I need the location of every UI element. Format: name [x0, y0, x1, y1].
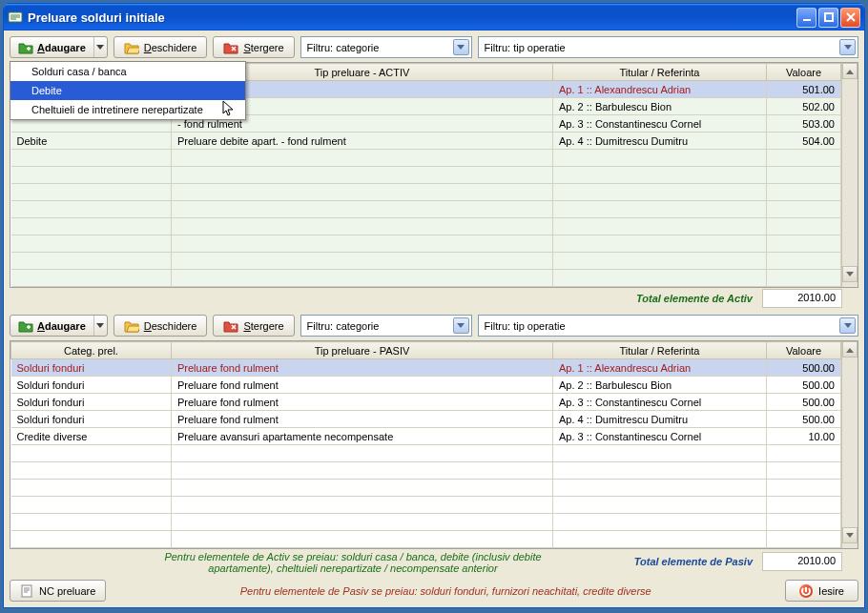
cell-cat[interactable]: Solduri fonduri	[11, 359, 172, 377]
chevron-down-icon[interactable]	[453, 317, 469, 334]
power-icon	[799, 584, 813, 598]
cell-tit[interactable]: Ap. 1 :: Alexandrescu Adrian	[553, 81, 767, 98]
cell-tit[interactable]: Ap. 2 :: Barbulescu Bion	[553, 98, 767, 115]
col-header-tip[interactable]: Tip preluare - PASIV	[172, 342, 553, 359]
cell-val[interactable]: 500.00	[767, 377, 841, 394]
cell-tip[interactable]: Preluare fond rulment	[172, 377, 553, 394]
cell-tip[interactable]: Preluare fond rulment	[172, 359, 553, 377]
filter-operation-combo-activ[interactable]: Filtru: tip operatie	[478, 36, 858, 58]
table-row[interactable]: Solduri fonduriPreluare fond rulmentAp. …	[11, 359, 841, 377]
col-header-val[interactable]: Valoare	[767, 64, 841, 81]
pasiv-scrollbar[interactable]	[841, 341, 858, 548]
add-button-pasiv[interactable]: Adaugare	[10, 315, 108, 337]
cell-tit[interactable]: Ap. 2 :: Barbulescu Bion	[553, 377, 767, 394]
cell-cat[interactable]: Solduri fonduri	[11, 411, 172, 428]
nc-button-label: NC preluare	[39, 585, 95, 597]
menu-item[interactable]: Cheltuieli de intretinere nerepartizate	[10, 100, 245, 119]
chevron-down-icon[interactable]	[839, 39, 856, 55]
table-row-empty	[11, 497, 841, 514]
folder-plus-icon	[18, 41, 33, 54]
svg-rect-2	[825, 13, 833, 21]
filter-operation-combo-pasiv[interactable]: Filtru: tip operatie	[478, 315, 858, 337]
cell-tip[interactable]: Preluare fond rulment	[172, 394, 553, 411]
cell-tip[interactable]: Preluare avansuri apartamente necompensa…	[172, 428, 553, 445]
add-button-caret[interactable]	[93, 316, 107, 336]
add-button-activ[interactable]: Adaugare	[10, 36, 108, 58]
cell-cat[interactable]: Credite diverse	[11, 428, 172, 445]
svg-rect-1	[803, 19, 811, 21]
cell-tip[interactable]: Preluare fond rulment	[172, 411, 553, 428]
col-header-tit[interactable]: Titular / Referinta	[553, 64, 767, 81]
col-header-cat[interactable]: Categ. prel.	[11, 342, 172, 359]
add-button-caret[interactable]	[93, 37, 107, 57]
maximize-button[interactable]	[818, 8, 838, 28]
close-button[interactable]	[840, 8, 860, 28]
cell-val[interactable]: 500.00	[767, 394, 841, 411]
cell-cat[interactable]: Debite	[11, 133, 172, 150]
cell-val[interactable]: 503.00	[767, 115, 841, 133]
cell-cat[interactable]: Solduri fonduri	[11, 394, 172, 411]
content-area: Adaugare Deschidere Stergere Filtru: cat…	[4, 31, 864, 607]
cell-val[interactable]: 500.00	[767, 411, 841, 428]
delete-button-activ[interactable]: Stergere	[213, 36, 294, 58]
cell-val[interactable]: 10.00	[767, 428, 841, 445]
minimize-button[interactable]	[796, 8, 816, 28]
cell-val[interactable]: 501.00	[767, 81, 841, 98]
folder-open-icon	[124, 319, 139, 333]
folder-delete-icon	[223, 41, 238, 54]
table-row-empty	[11, 531, 841, 548]
table-row-empty	[11, 184, 841, 201]
delete-button-label: Stergere	[243, 320, 283, 332]
activ-total-value: 2010.00	[762, 289, 842, 308]
nc-preluare-button[interactable]: NC preluare	[10, 580, 106, 602]
cell-tip[interactable]: Preluare debite apart. - fond rulment	[172, 133, 553, 150]
cell-tit[interactable]: Ap. 3 :: Constantinescu Cornel	[553, 428, 767, 445]
pasiv-grid[interactable]: Categ. prel. Tip preluare - PASIV Titula…	[10, 341, 841, 548]
folder-plus-icon	[18, 319, 33, 333]
open-button-pasiv[interactable]: Deschidere	[114, 315, 208, 337]
col-header-val[interactable]: Valoare	[767, 342, 841, 359]
folder-delete-icon	[223, 319, 238, 333]
scroll-down-icon[interactable]	[842, 266, 858, 282]
scroll-up-icon[interactable]	[842, 63, 858, 79]
delete-button-pasiv[interactable]: Stergere	[213, 315, 294, 337]
activ-scrollbar[interactable]	[841, 63, 858, 287]
table-row[interactable]: DebitePreluare debite apart. - fond rulm…	[11, 133, 841, 150]
activ-hint: Pentru elementele de Activ se preiau: so…	[141, 551, 565, 574]
cell-tit[interactable]: Ap. 1 :: Alexandrescu Adrian	[553, 359, 767, 377]
chevron-down-icon[interactable]	[839, 317, 856, 334]
scroll-up-icon[interactable]	[842, 341, 858, 358]
table-row[interactable]: Solduri fonduriPreluare fond rulmentAp. …	[11, 377, 841, 394]
cell-val[interactable]: 502.00	[767, 98, 841, 115]
open-button-activ[interactable]: Deschidere	[114, 36, 208, 58]
add-menu-popup: Solduri casa / bancaDebiteCheltuieli de …	[10, 61, 246, 120]
scroll-down-icon[interactable]	[842, 527, 858, 543]
open-button-label: Deschidere	[144, 42, 197, 53]
pasiv-total-label: Total elemente de Pasiv	[572, 556, 762, 567]
folder-open-icon	[124, 41, 139, 54]
pasiv-header-row: Categ. prel. Tip preluare - PASIV Titula…	[11, 342, 841, 359]
cell-val[interactable]: 504.00	[767, 133, 841, 150]
table-row-empty	[11, 270, 841, 287]
titlebar: Preluare solduri initiale	[4, 4, 864, 31]
cell-cat[interactable]: Solduri fonduri	[11, 377, 172, 394]
hints-row: Pentru elementele de Activ se preiau: so…	[10, 551, 858, 574]
table-row[interactable]: Solduri fonduriPreluare fond rulmentAp. …	[11, 394, 841, 411]
filter-category-combo-activ[interactable]: Filtru: categorie	[300, 36, 472, 58]
exit-button[interactable]: Iesire	[785, 580, 858, 602]
table-row[interactable]: Solduri fonduriPreluare fond rulmentAp. …	[11, 411, 841, 428]
cell-val[interactable]: 500.00	[767, 359, 841, 377]
menu-item[interactable]: Solduri casa / banca	[10, 62, 245, 81]
window-title: Preluare solduri initiale	[28, 10, 796, 25]
cell-tit[interactable]: Ap. 4 :: Dumitrescu Dumitru	[553, 411, 767, 428]
cell-tit[interactable]: Ap. 3 :: Constantinescu Cornel	[553, 394, 767, 411]
cursor-icon	[222, 100, 236, 119]
chevron-down-icon[interactable]	[453, 39, 469, 55]
table-row[interactable]: Credite diversePreluare avansuri apartam…	[11, 428, 841, 445]
table-row-empty	[11, 167, 841, 184]
cell-tit[interactable]: Ap. 4 :: Dumitrescu Dumitru	[553, 133, 767, 150]
cell-tit[interactable]: Ap. 3 :: Constantinescu Cornel	[553, 115, 767, 133]
filter-category-combo-pasiv[interactable]: Filtru: categorie	[300, 315, 472, 337]
menu-item[interactable]: Debite	[10, 81, 245, 100]
col-header-tit[interactable]: Titular / Referinta	[553, 342, 767, 359]
